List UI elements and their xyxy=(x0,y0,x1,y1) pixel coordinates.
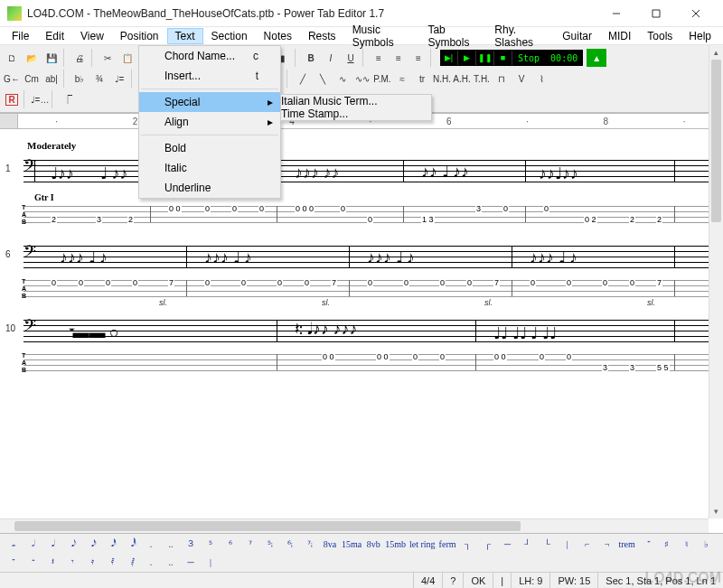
key-icon[interactable]: b♭ xyxy=(70,70,89,88)
rest-dot-icon[interactable]: . xyxy=(143,554,159,570)
tempo-marker-icon[interactable]: ♩=… xyxy=(30,90,50,108)
tab-number[interactable]: 0 xyxy=(543,204,549,213)
tab-number[interactable]: 0 xyxy=(78,278,84,287)
septuplet-icon[interactable]: ⁷ xyxy=(242,536,258,552)
scroll-thumb[interactable] xyxy=(711,60,721,222)
menu-item-align[interactable]: Align ▸ xyxy=(139,112,280,132)
text-icon[interactable]: ab| xyxy=(42,70,61,88)
whole-rest-icon[interactable]: 𝄻 xyxy=(4,554,20,570)
vibrato-icon[interactable]: ∿ xyxy=(333,70,352,88)
tab-number[interactable]: 3 xyxy=(96,215,102,224)
status-help[interactable]: ? xyxy=(442,573,463,588)
chord-name-icon[interactable]: Cm xyxy=(22,70,42,88)
sixteenth-rest-icon[interactable]: 𝄿 xyxy=(83,554,99,570)
menu-item-chord-name[interactable]: Chord Name... c xyxy=(139,46,280,66)
tab-staff[interactable]: TAB 0 0 0 0 0 0 0 0 0 0 3 3 5 5 xyxy=(23,350,709,381)
tab-number[interactable]: 0 xyxy=(277,278,283,287)
alt-ending-icon[interactable]: ⎾ xyxy=(58,90,78,108)
ottava-bassa-icon[interactable]: 8vb xyxy=(365,536,381,552)
half-rest-icon[interactable]: 𝄼 xyxy=(23,554,40,570)
tab-number[interactable]: 0 xyxy=(132,278,138,287)
menu-item-italian-term[interactable]: Italian Music Term... xyxy=(281,95,431,107)
tab-number[interactable]: 0 xyxy=(439,352,446,361)
sharp-icon[interactable]: ♯ xyxy=(659,536,675,552)
scroll-up-icon[interactable]: ▴ xyxy=(709,45,723,60)
menu-edit[interactable]: Edit xyxy=(37,28,72,44)
bracket3-icon[interactable]: ─ xyxy=(500,536,516,552)
pickstroke-up-icon[interactable]: V xyxy=(512,70,531,88)
multibar-rest-icon[interactable]: ─ xyxy=(183,554,199,570)
align-right-icon[interactable]: ≡ xyxy=(408,49,428,67)
menu-section[interactable]: Section xyxy=(203,28,256,44)
menu-midi[interactable]: MIDI xyxy=(600,28,639,44)
print-icon[interactable]: 🖨 xyxy=(70,49,89,67)
tab-number[interactable]: 0 xyxy=(466,278,473,287)
multirest-icon[interactable]: 𝄻 xyxy=(639,536,655,552)
tapped-harm-icon[interactable]: T.H. xyxy=(472,70,492,88)
arpeggio-icon[interactable]: ⌇ xyxy=(531,70,551,88)
tab-number[interactable]: 7 xyxy=(331,278,337,287)
tab-number[interactable]: 1 3 xyxy=(421,215,435,224)
scroll-thumb[interactable] xyxy=(14,521,521,531)
close-button[interactable] xyxy=(676,0,716,27)
tab-staff[interactable]: TAB 0 0 0 0 7 sl. 0 0 0 0 7 sl. 0 0 0 0 … xyxy=(23,276,709,307)
pickstroke-down-icon[interactable]: ⊓ xyxy=(492,70,512,88)
quint-i-icon[interactable]: ⁵ᵢ xyxy=(262,536,278,552)
open-file-icon[interactable]: 📂 xyxy=(22,49,42,67)
eighth-rest-icon[interactable]: 𝄾 xyxy=(63,554,80,570)
scroll-down-icon[interactable]: ▾ xyxy=(709,504,723,518)
thirtysecond-note-icon[interactable]: 𝅘𝅥𝅰 xyxy=(103,536,119,552)
barline-btn-icon[interactable]: | xyxy=(559,536,576,552)
tab-number[interactable]: 0 xyxy=(602,278,608,287)
tab-number[interactable]: 0 xyxy=(204,204,211,213)
rest-ddot-icon[interactable]: .. xyxy=(163,554,179,570)
tab-number[interactable]: 0 xyxy=(502,204,509,213)
tab-number[interactable]: 3 xyxy=(475,204,482,213)
tab-number[interactable]: 0 xyxy=(204,278,211,287)
tab-number[interactable]: 0 0 xyxy=(376,352,390,361)
menu-rests[interactable]: Rests xyxy=(300,28,344,44)
half-note-icon[interactable]: 𝅗𝅥 xyxy=(23,536,40,552)
slide-icon[interactable]: ╱ xyxy=(293,70,313,88)
quintuplet-icon[interactable]: ⁵ xyxy=(202,536,219,552)
minimize-button[interactable] xyxy=(596,0,636,27)
music-staff[interactable]: 1 𝄢 ♩♪♪ ♩ ♪♪ ♩♪♪♪ ♪♪♪ ♪♪ ♪♪ ♩ ♪♪ ♪♪♩♪♪ xyxy=(23,154,709,191)
menu-help[interactable]: Help xyxy=(681,28,719,44)
tab-number[interactable]: 3 xyxy=(602,363,608,372)
maximize-button[interactable] xyxy=(636,0,676,27)
sixtyfourth-note-icon[interactable]: 𝅘𝅥𝅱 xyxy=(123,536,139,552)
menu-text[interactable]: Text xyxy=(167,28,203,44)
bold-icon[interactable]: B xyxy=(301,49,321,67)
tab-number[interactable]: 3 xyxy=(629,363,635,372)
save-file-icon[interactable]: 💾 xyxy=(42,49,61,67)
trill-icon[interactable]: tr xyxy=(412,70,432,88)
ottava-icon[interactable]: 8va xyxy=(322,536,338,552)
timesig-icon[interactable]: ¾ xyxy=(89,70,109,88)
align-left-icon[interactable]: ≡ xyxy=(369,49,389,67)
wide-vibrato-icon[interactable]: ∿∿ xyxy=(352,70,372,88)
menu-item-italic[interactable]: Italic xyxy=(139,158,280,178)
tab-number[interactable]: 0 xyxy=(539,352,545,361)
rehearsal-sign-icon[interactable]: R xyxy=(2,90,22,108)
tab-number[interactable]: 0 xyxy=(367,278,373,287)
metronome-icon[interactable]: ▲ xyxy=(587,49,606,67)
sept-i-icon[interactable]: ⁷ᵢ xyxy=(302,536,318,552)
eighth-note-icon[interactable]: 𝅘𝅥𝅮 xyxy=(63,536,80,552)
tab-number[interactable]: 0 xyxy=(258,204,265,213)
flat-icon[interactable]: ♭ xyxy=(699,536,715,552)
menu-item-time-stamp[interactable]: Time Stamp... xyxy=(281,107,431,120)
rest-barline-icon[interactable]: | xyxy=(202,554,219,570)
triplet-icon[interactable]: ３ xyxy=(183,536,199,552)
quindicesima-icon[interactable]: 15ma xyxy=(342,536,362,552)
bracket4-icon[interactable]: ┘ xyxy=(520,536,536,552)
new-file-icon[interactable]: 🗋 xyxy=(2,49,22,67)
tab-number[interactable]: 0 xyxy=(51,278,57,287)
natural-harm-icon[interactable]: N.H. xyxy=(432,70,452,88)
horizontal-scrollbar[interactable] xyxy=(0,518,709,533)
tab-number[interactable]: 2 xyxy=(127,215,134,224)
tab-number[interactable]: 0 xyxy=(231,204,238,213)
menu-tools[interactable]: Tools xyxy=(639,28,681,44)
play-icon[interactable]: ▶ xyxy=(458,51,476,65)
tab-number[interactable]: 0 xyxy=(240,278,247,287)
dotted-icon[interactable]: . xyxy=(143,536,159,552)
